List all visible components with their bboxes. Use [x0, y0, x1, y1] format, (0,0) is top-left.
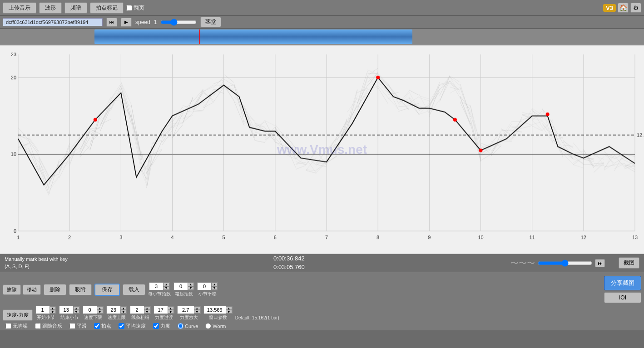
import-button[interactable]: 载入 — [123, 284, 145, 295]
status-text: Manually mark beat with key (A, S, D, F) — [5, 256, 68, 270]
playhead-line — [199, 29, 200, 44]
window-param-up[interactable]: ▲ — [226, 306, 232, 310]
waveform-button[interactable]: 波形 — [39, 2, 62, 14]
no-sound-label[interactable]: 无响噪 — [5, 323, 28, 329]
speed-lower-down[interactable]: ▼ — [97, 310, 103, 314]
home-button[interactable]: 🏠 — [618, 3, 629, 13]
trigger-beats-up[interactable]: ▲ — [188, 283, 194, 286]
wave-slider[interactable] — [538, 260, 592, 267]
speed-power-button[interactable]: 速度-力度 — [3, 309, 33, 321]
upload-button[interactable]: 上传音乐 — [3, 2, 36, 14]
prev-button[interactable]: ⏮ — [106, 18, 117, 27]
beats-per-bar-input[interactable] — [149, 284, 163, 289]
status-bar: Manually mark beat with key (A, S, D, F)… — [0, 254, 644, 272]
speed-upper-down[interactable]: ▼ — [120, 310, 127, 314]
speed-upper-label: 速度上限 — [108, 314, 126, 321]
power-checkbox[interactable] — [153, 323, 159, 329]
waveform-bar[interactable] — [94, 29, 412, 44]
controls-row2: 速度-力度 ▲ ▼ 开始小节 ▲ ▼ — [3, 305, 641, 322]
version-badge: V3 — [603, 4, 616, 12]
power-transition-down[interactable]: ▼ — [168, 310, 174, 314]
speed-value: 1 — [154, 19, 157, 25]
power-amplify-up[interactable]: ▲ — [194, 306, 200, 310]
flip-checkbox[interactable] — [126, 5, 132, 11]
waveform-icon-area: 〜〜〜 ⏭ — [510, 258, 605, 269]
follow-audio-label[interactable]: 跟随音乐 — [35, 323, 62, 329]
window-param-group: ▲ ▼ 窗口参数 — [203, 306, 233, 321]
smooth-checkbox[interactable] — [69, 323, 75, 329]
play-button[interactable]: ▶ — [121, 18, 132, 27]
trigger-beats-input[interactable] — [174, 284, 188, 289]
bar-offset-down[interactable]: ▼ — [211, 286, 218, 290]
flip-checkbox-label[interactable]: 翻页 — [126, 4, 144, 12]
id-row: ⏮ ▶ speed 1 茎堂 — [0, 15, 644, 28]
no-sound-checkbox[interactable] — [5, 323, 11, 329]
trigger-beats-down[interactable]: ▼ — [188, 286, 194, 290]
nav-end-button[interactable]: ⏭ — [595, 259, 605, 267]
erase-button[interactable]: 擦除 — [3, 284, 21, 295]
bar-offset-up[interactable]: ▲ — [211, 283, 218, 286]
beat-button[interactable]: 拍点标记 — [90, 2, 124, 14]
speed-lower-input[interactable] — [83, 307, 97, 313]
bar-offset-input[interactable] — [198, 284, 211, 289]
attract-button[interactable]: 吸附 — [69, 284, 92, 295]
move-button[interactable]: 移动 — [23, 284, 41, 295]
start-bar-label: 开始小节 — [37, 314, 55, 321]
file-id-input[interactable] — [3, 18, 103, 26]
power-transition-up[interactable]: ▲ — [168, 306, 174, 310]
speed-upper-input[interactable] — [107, 307, 120, 313]
beat-point-label[interactable]: 拍点 — [94, 323, 111, 329]
curve-radio[interactable] — [178, 323, 183, 329]
line-thickness-input[interactable] — [130, 307, 144, 313]
confirm-button[interactable]: 茎堂 — [200, 17, 221, 27]
trigger-beats-label: 箱起拍数 — [175, 291, 193, 297]
end-bar-up[interactable]: ▲ — [73, 306, 79, 310]
speed-lower-group: ▲ ▼ 速度下限 — [83, 306, 104, 321]
settings-button[interactable]: ⚙ — [630, 3, 641, 13]
window-param-label: 窗口参数 — [209, 314, 227, 321]
beats-per-bar-down[interactable]: ▼ — [163, 286, 169, 290]
power-transition-input[interactable] — [154, 307, 168, 313]
end-bar-group: ▲ ▼ 结束小节 — [59, 306, 80, 321]
line-thickness-down[interactable]: ▼ — [144, 310, 150, 314]
window-param-input[interactable] — [204, 307, 226, 313]
power-amplify-input[interactable] — [178, 307, 194, 313]
bar-offset-label: 小节平移 — [198, 291, 217, 297]
power-amplify-label: 力度放大 — [180, 314, 198, 321]
power-amplify-down[interactable]: ▼ — [194, 310, 200, 314]
curve-radio-label[interactable]: Curve — [178, 323, 198, 329]
beat-point-checkbox[interactable] — [94, 323, 100, 329]
power-label[interactable]: 力度 — [153, 323, 170, 329]
end-bar-down[interactable]: ▼ — [73, 310, 79, 314]
share-button[interactable]: 分享截图 — [604, 276, 641, 290]
speed-slider[interactable] — [160, 19, 197, 26]
delete-button[interactable]: 删除 — [44, 284, 66, 295]
jiegou-button[interactable]: 截图 — [619, 257, 639, 269]
time-display: 0:00:36.842 0:03:05.760 — [273, 255, 305, 271]
start-bar-input[interactable] — [36, 307, 50, 313]
chart-area[interactable]: www.Vmus.net — [0, 45, 644, 254]
main-container: 上传音乐 波形 频谱 拍点标记 翻页 V3 🏠 ⚙ ⏮ ▶ speed 1 茎堂… — [0, 0, 644, 348]
time2: 0:03:05.760 — [273, 263, 305, 271]
end-bar-input[interactable] — [59, 307, 73, 313]
window-param-down[interactable]: ▼ — [226, 310, 232, 314]
avg-speed-label[interactable]: 平均速度 — [119, 323, 146, 329]
speed-upper-up[interactable]: ▲ — [120, 306, 127, 310]
ioi-button[interactable]: IOI — [604, 292, 641, 303]
follow-audio-checkbox[interactable] — [35, 323, 41, 329]
spectrum-button[interactable]: 频谱 — [64, 2, 87, 14]
worm-radio[interactable] — [205, 323, 211, 329]
avg-speed-checkbox[interactable] — [119, 323, 124, 329]
line-thickness-up[interactable]: ▲ — [144, 306, 150, 310]
smooth-label[interactable]: 平滑 — [69, 323, 87, 329]
power-transition-label: 力度过渡 — [155, 314, 173, 321]
start-bar-down[interactable]: ▼ — [50, 310, 56, 314]
beats-per-bar-up[interactable]: ▲ — [163, 283, 169, 286]
speed-upper-group: ▲ ▼ 速度上限 — [106, 306, 127, 321]
worm-radio-label[interactable]: Worm — [205, 323, 226, 329]
bar-offset-group: ▲ ▼ 小节平移 — [197, 282, 218, 297]
save-button[interactable]: 保存 — [94, 284, 120, 296]
bottom-row: 无响噪 跟随音乐 平滑 拍点 平均速度 力度 — [3, 322, 641, 330]
start-bar-up[interactable]: ▲ — [50, 306, 56, 310]
speed-lower-up[interactable]: ▲ — [97, 306, 103, 310]
